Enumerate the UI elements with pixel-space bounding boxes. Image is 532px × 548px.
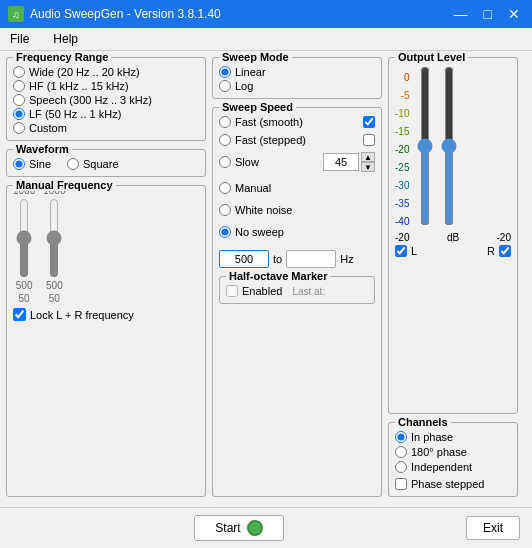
in-phase-option[interactable]: In phase — [395, 431, 511, 443]
waveform-sine-radio[interactable] — [13, 158, 25, 170]
sweep-log-option[interactable]: Log — [219, 80, 375, 92]
waveform-square-radio[interactable] — [67, 158, 79, 170]
half-octave-enabled-option[interactable]: Enabled — [226, 285, 282, 297]
title-controls[interactable]: — □ ✕ — [450, 6, 524, 22]
freq-slider-2[interactable] — [44, 198, 64, 278]
freq-speech-radio[interactable] — [13, 94, 25, 106]
freq-range-input-row: to Hz — [219, 250, 375, 268]
right-level-slider[interactable] — [439, 66, 459, 226]
manual-freq-panel: Manual Frequency 1000 500 50 1000 500 50… — [6, 185, 206, 497]
db-row: -20 dB -20 — [395, 232, 511, 243]
lock-lr-checkbox[interactable] — [13, 308, 26, 321]
slider2-value-label: 50 — [49, 293, 60, 304]
independent-option[interactable]: Independent — [395, 461, 511, 473]
waveform-sine-option[interactable]: Sine — [13, 158, 51, 170]
level-neg10: -10 — [395, 104, 409, 122]
menu-help[interactable]: Help — [47, 30, 84, 48]
exit-button[interactable]: Exit — [466, 516, 520, 540]
channels-panel: Channels In phase 180° phase Independent… — [388, 422, 518, 497]
freq-hf-radio[interactable] — [13, 80, 25, 92]
fast-smooth-row: Fast (smooth) — [219, 116, 375, 128]
start-button[interactable]: Start — [194, 515, 283, 541]
fast-stepped-radio[interactable] — [219, 134, 231, 146]
lock-lr-option[interactable]: Lock L + R frequency — [13, 308, 199, 321]
slider1-bottom-label: 500 — [16, 280, 33, 291]
freq-slider-1[interactable] — [14, 198, 34, 278]
freq-lf-radio[interactable] — [13, 108, 25, 120]
slow-increment-button[interactable]: ▲ — [361, 152, 375, 162]
start-indicator — [247, 520, 263, 536]
phase-stepped-option[interactable]: Phase stepped — [395, 478, 511, 490]
right-channel-checkbox[interactable] — [499, 245, 511, 257]
freq-to-input[interactable] — [286, 250, 336, 268]
independent-radio[interactable] — [395, 461, 407, 473]
phase-180-radio[interactable] — [395, 446, 407, 458]
slow-spinbox-buttons: ▲ ▼ — [361, 152, 375, 172]
slider2-bottom-label: 500 — [46, 280, 63, 291]
waveform-square-option[interactable]: Square — [67, 158, 118, 170]
sweep-mode-panel: Sweep Mode Linear Log — [212, 57, 382, 99]
left-level-slider[interactable] — [415, 66, 435, 226]
level-neg40: -40 — [395, 212, 409, 230]
right-channel-option[interactable]: R — [487, 245, 511, 257]
sweep-speed-panel: Sweep Speed Fast (smooth) Fast (stepped) — [212, 107, 382, 497]
channels-label: Channels — [395, 416, 451, 428]
level-neg25: -25 — [395, 158, 409, 176]
slider1-value-label: 50 — [19, 293, 30, 304]
frequency-range-label: Frequency Range — [13, 51, 111, 63]
left-db-value: -20 — [395, 232, 409, 243]
fast-stepped-row: Fast (stepped) — [219, 134, 375, 146]
level-neg20: -20 — [395, 140, 409, 158]
manual-speed-radio[interactable] — [219, 182, 231, 194]
freq-from-input[interactable] — [219, 250, 269, 268]
freq-custom-radio[interactable] — [13, 122, 25, 134]
freq-wide-option[interactable]: Wide (20 Hz .. 20 kHz) — [13, 66, 199, 78]
menu-bar: File Help — [0, 28, 532, 51]
half-octave-checkbox[interactable] — [226, 285, 238, 297]
slow-value-input[interactable] — [323, 153, 359, 171]
freq-speech-option[interactable]: Speech (300 Hz .. 3 kHz) — [13, 94, 199, 106]
level-neg5: -5 — [395, 86, 409, 104]
freq-lf-option[interactable]: LF (50 Hz .. 1 kHz) — [13, 108, 199, 120]
last-at-label: Last at: — [292, 286, 325, 297]
phase-180-option[interactable]: 180° phase — [395, 446, 511, 458]
no-sweep-radio[interactable] — [219, 226, 231, 238]
minimize-button[interactable]: — — [450, 6, 472, 22]
level-0: 0 — [395, 68, 409, 86]
left-channel-option[interactable]: L — [395, 245, 417, 257]
channels-options: In phase 180° phase Independent Phase st… — [395, 431, 511, 490]
fast-stepped-checkbox[interactable] — [363, 134, 375, 146]
in-phase-radio[interactable] — [395, 431, 407, 443]
freq-custom-option[interactable]: Custom — [13, 122, 199, 134]
fast-smooth-radio[interactable] — [219, 116, 231, 128]
sweep-speed-options: Fast (smooth) Fast (stepped) Slow — [219, 116, 375, 238]
slow-radio[interactable] — [219, 156, 231, 168]
menu-file[interactable]: File — [4, 30, 35, 48]
sweep-log-radio[interactable] — [219, 80, 231, 92]
slow-row: Slow ▲ ▼ — [219, 152, 375, 172]
white-noise-radio[interactable] — [219, 204, 231, 216]
manual-speed-option[interactable]: Manual — [219, 182, 375, 194]
slow-spinbox: ▲ ▼ — [323, 152, 375, 172]
freq-slider-2-container: 1000 500 50 — [43, 185, 65, 304]
left-channel-checkbox[interactable] — [395, 245, 407, 257]
output-level-label: Output Level — [395, 51, 468, 63]
level-scale: 0 -5 -10 -15 -20 -25 -30 -35 -40 — [395, 68, 409, 230]
freq-slider-1-container: 1000 500 50 — [13, 185, 35, 304]
maximize-button[interactable]: □ — [480, 6, 496, 22]
phase-stepped-checkbox[interactable] — [395, 478, 407, 490]
sweep-linear-radio[interactable] — [219, 66, 231, 78]
sweep-linear-option[interactable]: Linear — [219, 66, 375, 78]
freq-hf-option[interactable]: HF (1 kHz .. 15 kHz) — [13, 80, 199, 92]
close-button[interactable]: ✕ — [504, 6, 524, 22]
slow-decrement-button[interactable]: ▼ — [361, 162, 375, 172]
half-octave-label: Half-octave Marker — [226, 270, 330, 282]
waveform-label: Waveform — [13, 143, 72, 155]
white-noise-option[interactable]: White noise — [219, 204, 375, 216]
output-level-panel: Output Level 0 -5 -10 -15 -20 -25 -30 -3… — [388, 57, 518, 414]
fast-smooth-checkbox[interactable] — [363, 116, 375, 128]
no-sweep-option[interactable]: No sweep — [219, 226, 375, 238]
left-level-slider-container — [415, 66, 435, 226]
freq-wide-radio[interactable] — [13, 66, 25, 78]
freq-to-label: to — [273, 253, 282, 265]
